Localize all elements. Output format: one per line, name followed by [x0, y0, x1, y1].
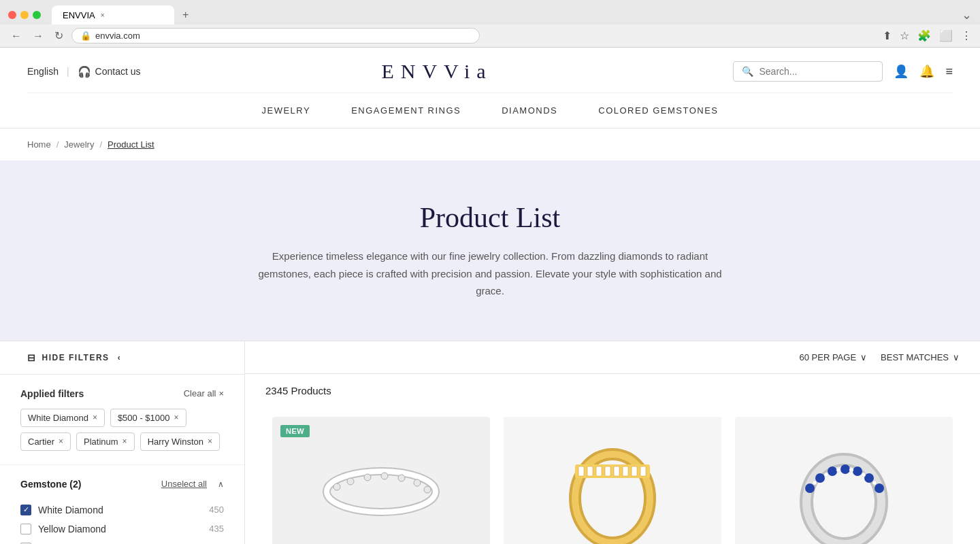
sidebar: ⊟ HIDE FILTERS ‹ Applied filters Clear a… [0, 341, 245, 545]
back-button[interactable]: ← [8, 29, 24, 44]
clear-all-icon: × [218, 388, 224, 398]
nav-diamonds[interactable]: DIAMONDS [502, 103, 557, 118]
share-icon[interactable]: ⬆ [883, 29, 892, 42]
tab-close-button[interactable]: × [101, 12, 105, 19]
product-card-sapphire-ring[interactable] [728, 410, 960, 545]
hero-description: Experience timeless elegance with our fi… [252, 248, 728, 300]
yellow-diamond-checkbox[interactable] [20, 524, 31, 534]
gemstone-item-left: White Diamond [20, 505, 103, 515]
browser-tab[interactable]: ENVVIA × [52, 5, 174, 24]
contact-us-link[interactable]: 🎧 Contact us [78, 65, 141, 78]
sort-label: BEST MATCHES [881, 352, 949, 362]
filter-tag-remove-harry-winston[interactable]: × [208, 437, 212, 446]
url-text: envvia.com [95, 31, 140, 41]
svg-rect-12 [575, 464, 650, 478]
filter-tag-cartier[interactable]: Cartier × [20, 432, 71, 451]
svg-point-4 [364, 474, 371, 481]
gold-ring-svg [561, 424, 664, 545]
forward-button[interactable]: → [30, 29, 46, 44]
filter-tag-white-diamond[interactable]: White Diamond × [20, 409, 105, 427]
bookmark-icon[interactable]: ☆ [900, 29, 909, 42]
tab-expand-icon[interactable]: ⌄ [962, 7, 972, 22]
applied-filters-label: Applied filters [20, 388, 84, 399]
header-divider: | [67, 66, 69, 77]
nav-colored-gemstones[interactable]: COLORED GEMSTONES [598, 103, 718, 118]
per-page-label: 60 PER PAGE [799, 352, 856, 362]
maximize-dot[interactable] [33, 11, 41, 19]
svg-point-7 [414, 479, 421, 486]
breadcrumb-jewelry[interactable]: Jewelry [64, 139, 94, 150]
sidebar-toggle-icon[interactable]: ⬜ [939, 29, 953, 42]
filter-tag-label: Cartier [28, 437, 54, 447]
menu-list-icon[interactable]: ≡ [945, 65, 953, 79]
hide-filters-button[interactable]: ⊟ HIDE FILTERS ‹ [0, 341, 244, 375]
minimize-dot[interactable] [20, 11, 29, 19]
gemstone-filter-header: Gemstone (2) Unselect all ∧ [20, 479, 224, 490]
products-count: 2345 Products [245, 374, 980, 403]
search-box[interactable]: 🔍 [733, 61, 883, 82]
browser-action-icons: ⬆ ☆ 🧩 ⬜ ⋮ [883, 29, 972, 42]
product-card-bracelet[interactable]: NEW [265, 410, 497, 545]
site-header: English | 🎧 Contact us ENVVia 🔍 👤 🔔 ≡ [0, 48, 980, 129]
svg-rect-15 [596, 466, 602, 476]
svg-rect-20 [640, 466, 646, 476]
svg-point-31 [813, 481, 817, 485]
hero-title: Product List [27, 201, 953, 234]
svg-point-27 [840, 464, 850, 474]
language-selector[interactable]: English [27, 66, 59, 77]
contact-us-label: Contact us [95, 66, 141, 77]
search-input[interactable] [759, 66, 874, 77]
new-tab-button[interactable]: + [177, 5, 194, 25]
nav-jewelry[interactable]: JEWELRY [262, 103, 311, 118]
sort-selector[interactable]: BEST MATCHES ∨ [881, 352, 960, 362]
sapphire-ring-svg [789, 424, 898, 545]
nav-engagement-rings[interactable]: ENGAGEMENT RINGS [351, 103, 461, 118]
close-dot[interactable] [8, 11, 16, 19]
svg-point-35 [862, 473, 866, 477]
filter-tag-platinum[interactable]: Platinum × [76, 432, 135, 451]
white-diamond-checkbox[interactable] [20, 505, 31, 515]
clear-all-label: Clear all [184, 388, 216, 398]
clear-all-button[interactable]: Clear all × [184, 388, 224, 398]
applied-filters-header: Applied filters Clear all × [20, 388, 224, 399]
yellow-diamond-label: Yellow Diamond [38, 524, 106, 534]
product-image-bracelet: NEW [272, 417, 490, 545]
filter-tag-label: Platinum [84, 437, 118, 447]
filter-tag-remove-platinum[interactable]: × [122, 437, 127, 446]
breadcrumb-home[interactable]: Home [27, 139, 51, 150]
refresh-button[interactable]: ↻ [52, 28, 66, 44]
filter-tag-label: White Diamond [28, 413, 88, 423]
svg-point-24 [805, 483, 815, 493]
filter-tag-remove-cartier[interactable]: × [59, 437, 63, 446]
filter-tag-remove-white-diamond[interactable]: × [93, 413, 97, 422]
bracelet-svg [313, 447, 449, 536]
unselect-all-button[interactable]: Unselect all [161, 479, 207, 489]
extensions-icon[interactable]: 🧩 [917, 29, 931, 42]
gemstone-filter-item-yellow-diamond: Yellow Diamond 435 [20, 520, 224, 539]
per-page-selector[interactable]: 60 PER PAGE ∨ [799, 352, 867, 362]
address-bar[interactable]: 🔒 envvia.com [71, 28, 480, 44]
site-logo[interactable]: ENVVia [381, 60, 492, 83]
menu-icon[interactable]: ⋮ [961, 29, 972, 42]
svg-point-3 [347, 478, 354, 485]
browser-toolbar: ← → ↻ 🔒 envvia.com ⬆ ☆ 🧩 ⬜ ⋮ [0, 24, 980, 47]
product-card-gold-ring[interactable] [497, 410, 728, 545]
filter-products-row: ⊟ HIDE FILTERS ‹ Applied filters Clear a… [0, 341, 980, 545]
filter-tag-remove-price[interactable]: × [174, 413, 179, 422]
chevron-left-icon: ‹ [118, 353, 122, 362]
svg-point-26 [828, 466, 837, 476]
notifications-icon[interactable]: 🔔 [919, 64, 934, 79]
gemstone-filter-section: Gemstone (2) Unselect all ∧ White Diamon… [0, 465, 244, 545]
gemstone-section-toggle[interactable]: ∧ [218, 479, 224, 489]
applied-filters-section: Applied filters Clear all × White Diamon… [0, 375, 244, 465]
account-icon[interactable]: 👤 [894, 64, 909, 79]
yellow-diamond-count: 435 [209, 524, 224, 534]
svg-point-32 [824, 473, 828, 477]
window-controls [8, 11, 41, 19]
filter-tag-price[interactable]: $500 - $1000 × [110, 409, 186, 427]
white-diamond-count: 450 [209, 505, 224, 515]
breadcrumb-current: Product List [108, 139, 154, 150]
breadcrumb-sep-2: / [99, 139, 102, 150]
svg-point-5 [381, 473, 388, 479]
filter-tag-harry-winston[interactable]: Harry Winston × [140, 432, 220, 451]
